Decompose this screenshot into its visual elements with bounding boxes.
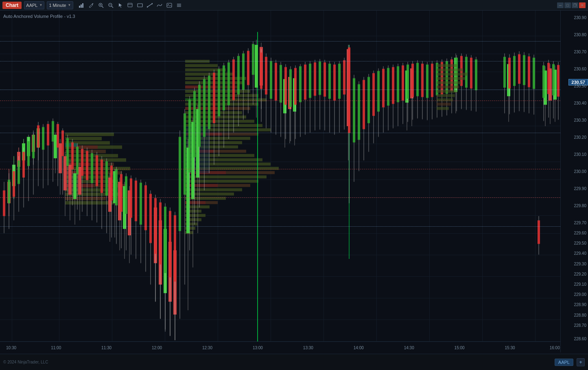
- svg-rect-43: [185, 60, 210, 63]
- symbol-value: AAPL: [26, 3, 37, 8]
- price-label: 230.00: [574, 169, 586, 173]
- svg-rect-399: [533, 58, 535, 89]
- svg-rect-318: [338, 63, 341, 99]
- svg-rect-348: [411, 63, 414, 97]
- svg-rect-216: [86, 151, 88, 180]
- rect-icon[interactable]: [136, 1, 144, 9]
- svg-rect-278: [237, 56, 240, 94]
- pencil-icon[interactable]: [87, 1, 95, 9]
- svg-rect-272: [223, 66, 225, 110]
- price-label: 229.50: [574, 241, 586, 245]
- zoom-out-icon[interactable]: [107, 1, 115, 9]
- svg-rect-330: [367, 77, 370, 123]
- maximize-button[interactable]: □: [564, 2, 571, 8]
- svg-rect-374: [475, 59, 477, 90]
- svg-rect-316: [333, 65, 336, 101]
- time-label: 11:30: [101, 346, 111, 350]
- svg-rect-266: [208, 76, 210, 129]
- svg-rect-206: [61, 130, 64, 156]
- svg-rect-340: [392, 67, 394, 104]
- tab-aapl[interactable]: AAPL: [555, 359, 573, 366]
- svg-rect-202: [52, 121, 54, 141]
- zoom-in-icon[interactable]: [97, 1, 105, 9]
- svg-rect-214: [81, 149, 83, 176]
- svg-rect-120: [59, 143, 62, 173]
- svg-line-13: [147, 4, 152, 7]
- svg-rect-254: [179, 137, 181, 231]
- price-label: 229.10: [574, 282, 586, 287]
- svg-rect-256: [184, 113, 186, 195]
- cursor-icon[interactable]: [116, 1, 125, 9]
- svg-rect-377: [437, 73, 467, 76]
- svg-rect-320: [343, 60, 345, 94]
- svg-rect-242: [149, 194, 152, 243]
- svg-rect-258: [188, 100, 191, 173]
- add-tab-button[interactable]: +: [577, 358, 585, 366]
- svg-rect-196: [37, 125, 39, 148]
- svg-rect-401: [538, 220, 540, 244]
- time-label: 12:00: [152, 346, 162, 350]
- svg-rect-382: [437, 94, 455, 97]
- time-label: 14:30: [404, 346, 414, 350]
- svg-rect-274: [227, 62, 230, 105]
- price-label: 229.20: [574, 271, 586, 276]
- svg-rect-224: [105, 161, 108, 195]
- menu-lines-icon[interactable]: [175, 1, 183, 9]
- svg-line-4: [102, 6, 103, 8]
- svg-rect-262: [198, 85, 201, 147]
- time-label: 14:00: [354, 346, 364, 350]
- price-label: 229.30: [574, 261, 586, 266]
- svg-rect-244: [154, 198, 157, 254]
- svg-rect-156: [255, 45, 258, 88]
- time-label: 15:00: [455, 346, 465, 350]
- footer: © 2024 NinjaTrader, LLC AAPL +: [0, 354, 588, 370]
- svg-rect-344: [402, 66, 404, 101]
- price-label: 228.80: [574, 313, 586, 317]
- svg-rect-22: [65, 137, 102, 140]
- svg-rect-350: [416, 63, 419, 96]
- price-chart: [0, 11, 560, 342]
- price-label: 229.00: [574, 292, 586, 297]
- svg-rect-308: [314, 62, 316, 96]
- price-label: 230.70: [574, 49, 586, 54]
- svg-rect-208: [66, 138, 69, 166]
- svg-line-8: [111, 6, 113, 8]
- svg-rect-322: [348, 47, 350, 133]
- svg-rect-252: [174, 215, 176, 282]
- svg-rect-294: [280, 65, 282, 103]
- svg-rect-36: [65, 197, 106, 200]
- line-icon[interactable]: [146, 1, 154, 9]
- window-controls: ─ □ ❐ ✕: [557, 2, 586, 8]
- minimize-button[interactable]: ─: [557, 2, 564, 8]
- time-label: 15:30: [505, 346, 515, 350]
- svg-rect-385: [437, 107, 449, 110]
- svg-rect-379: [437, 81, 461, 84]
- titlebar: Chart AAPL ▼ 1 Minute ▼: [0, 0, 588, 11]
- price-label: 230.40: [574, 101, 586, 105]
- toolbar: [77, 1, 183, 9]
- price-label: 230.30: [574, 118, 586, 122]
- svg-rect-47: [185, 77, 246, 80]
- svg-rect-232: [125, 176, 127, 214]
- svg-rect-393: [518, 54, 520, 84]
- symbol-dropdown[interactable]: AAPL ▼: [24, 1, 44, 9]
- price-label: 230.60: [574, 66, 586, 71]
- svg-rect-409: [557, 65, 560, 97]
- image-icon[interactable]: [165, 1, 173, 9]
- time-label: 11:00: [51, 346, 61, 350]
- bar-chart-icon[interactable]: [77, 1, 85, 9]
- draw-icon[interactable]: [126, 1, 134, 9]
- svg-rect-194: [32, 135, 35, 158]
- time-axis: 10:30 11:00 11:30 12:00 12:30 13:00 13:3…: [0, 342, 560, 354]
- timeframe-dropdown[interactable]: 1 Minute ▼: [47, 1, 73, 9]
- price-axis: 230.90 230.80 230.70 230.60 230.57 230.5…: [560, 11, 588, 352]
- close-button[interactable]: ✕: [579, 2, 586, 8]
- wave-icon[interactable]: [155, 1, 164, 9]
- svg-rect-381: [437, 90, 457, 93]
- copyright-label: © 2024 NinjaTrader, LLC: [3, 360, 48, 364]
- svg-rect-334: [377, 71, 380, 112]
- price-label: 229.90: [574, 186, 586, 190]
- svg-rect-336: [382, 69, 385, 107]
- svg-rect-338: [387, 68, 389, 106]
- restore-button[interactable]: ❐: [572, 2, 578, 8]
